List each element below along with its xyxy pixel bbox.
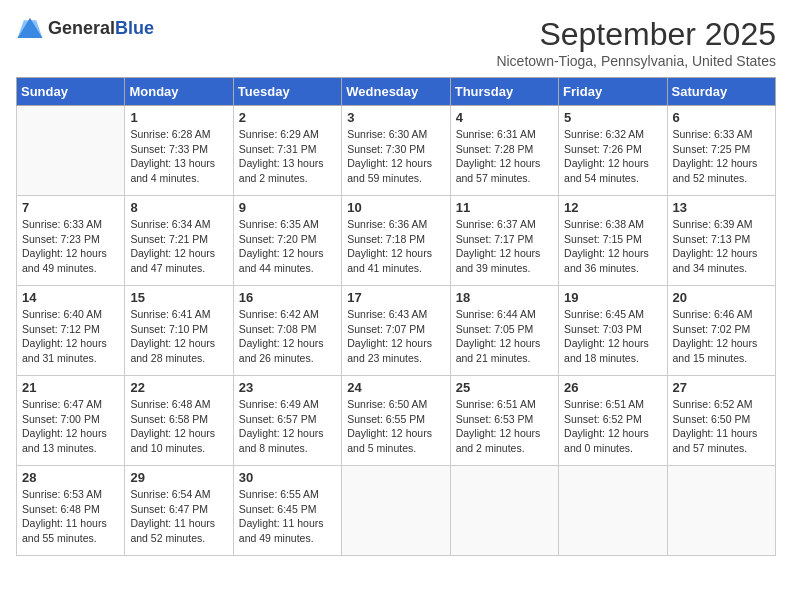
day-number: 4 [456,110,553,125]
calendar-cell: 18Sunrise: 6:44 AM Sunset: 7:05 PM Dayli… [450,286,558,376]
day-number: 5 [564,110,661,125]
day-info: Sunrise: 6:37 AM Sunset: 7:17 PM Dayligh… [456,217,553,276]
day-info: Sunrise: 6:46 AM Sunset: 7:02 PM Dayligh… [673,307,770,366]
page-header: GeneralBlue September 2025 Nicetown-Tiog… [16,16,776,69]
calendar-cell: 27Sunrise: 6:52 AM Sunset: 6:50 PM Dayli… [667,376,775,466]
calendar-cell [450,466,558,556]
day-number: 13 [673,200,770,215]
column-header-sunday: Sunday [17,78,125,106]
calendar-cell: 25Sunrise: 6:51 AM Sunset: 6:53 PM Dayli… [450,376,558,466]
day-info: Sunrise: 6:51 AM Sunset: 6:53 PM Dayligh… [456,397,553,456]
day-number: 3 [347,110,444,125]
calendar-cell [667,466,775,556]
day-number: 29 [130,470,227,485]
day-info: Sunrise: 6:49 AM Sunset: 6:57 PM Dayligh… [239,397,336,456]
day-info: Sunrise: 6:28 AM Sunset: 7:33 PM Dayligh… [130,127,227,186]
day-info: Sunrise: 6:55 AM Sunset: 6:45 PM Dayligh… [239,487,336,546]
day-info: Sunrise: 6:33 AM Sunset: 7:23 PM Dayligh… [22,217,119,276]
calendar-cell [17,106,125,196]
column-header-tuesday: Tuesday [233,78,341,106]
logo: GeneralBlue [16,16,154,40]
day-info: Sunrise: 6:31 AM Sunset: 7:28 PM Dayligh… [456,127,553,186]
day-number: 6 [673,110,770,125]
day-info: Sunrise: 6:50 AM Sunset: 6:55 PM Dayligh… [347,397,444,456]
day-number: 28 [22,470,119,485]
day-number: 1 [130,110,227,125]
calendar-cell: 4Sunrise: 6:31 AM Sunset: 7:28 PM Daylig… [450,106,558,196]
day-info: Sunrise: 6:41 AM Sunset: 7:10 PM Dayligh… [130,307,227,366]
calendar-week-5: 28Sunrise: 6:53 AM Sunset: 6:48 PM Dayli… [17,466,776,556]
calendar-cell: 6Sunrise: 6:33 AM Sunset: 7:25 PM Daylig… [667,106,775,196]
calendar-cell: 22Sunrise: 6:48 AM Sunset: 6:58 PM Dayli… [125,376,233,466]
svg-marker-1 [18,20,43,38]
day-number: 12 [564,200,661,215]
day-info: Sunrise: 6:34 AM Sunset: 7:21 PM Dayligh… [130,217,227,276]
day-info: Sunrise: 6:39 AM Sunset: 7:13 PM Dayligh… [673,217,770,276]
day-number: 20 [673,290,770,305]
day-number: 8 [130,200,227,215]
calendar-cell: 5Sunrise: 6:32 AM Sunset: 7:26 PM Daylig… [559,106,667,196]
day-info: Sunrise: 6:53 AM Sunset: 6:48 PM Dayligh… [22,487,119,546]
calendar-cell: 19Sunrise: 6:45 AM Sunset: 7:03 PM Dayli… [559,286,667,376]
day-number: 19 [564,290,661,305]
calendar-cell: 30Sunrise: 6:55 AM Sunset: 6:45 PM Dayli… [233,466,341,556]
calendar-cell: 26Sunrise: 6:51 AM Sunset: 6:52 PM Dayli… [559,376,667,466]
calendar-week-3: 14Sunrise: 6:40 AM Sunset: 7:12 PM Dayli… [17,286,776,376]
logo-blue: Blue [115,18,154,38]
day-info: Sunrise: 6:44 AM Sunset: 7:05 PM Dayligh… [456,307,553,366]
calendar-cell: 21Sunrise: 6:47 AM Sunset: 7:00 PM Dayli… [17,376,125,466]
column-header-saturday: Saturday [667,78,775,106]
day-number: 9 [239,200,336,215]
day-info: Sunrise: 6:35 AM Sunset: 7:20 PM Dayligh… [239,217,336,276]
day-info: Sunrise: 6:40 AM Sunset: 7:12 PM Dayligh… [22,307,119,366]
location-subtitle: Nicetown-Tioga, Pennsylvania, United Sta… [496,53,776,69]
day-number: 25 [456,380,553,395]
day-info: Sunrise: 6:36 AM Sunset: 7:18 PM Dayligh… [347,217,444,276]
calendar-cell: 23Sunrise: 6:49 AM Sunset: 6:57 PM Dayli… [233,376,341,466]
title-block: September 2025 Nicetown-Tioga, Pennsylva… [496,16,776,69]
day-number: 23 [239,380,336,395]
calendar-cell: 20Sunrise: 6:46 AM Sunset: 7:02 PM Dayli… [667,286,775,376]
month-title: September 2025 [496,16,776,53]
calendar-week-2: 7Sunrise: 6:33 AM Sunset: 7:23 PM Daylig… [17,196,776,286]
day-number: 10 [347,200,444,215]
calendar-cell: 24Sunrise: 6:50 AM Sunset: 6:55 PM Dayli… [342,376,450,466]
day-number: 27 [673,380,770,395]
calendar-cell: 3Sunrise: 6:30 AM Sunset: 7:30 PM Daylig… [342,106,450,196]
column-header-thursday: Thursday [450,78,558,106]
calendar-cell: 16Sunrise: 6:42 AM Sunset: 7:08 PM Dayli… [233,286,341,376]
day-info: Sunrise: 6:47 AM Sunset: 7:00 PM Dayligh… [22,397,119,456]
day-number: 7 [22,200,119,215]
day-number: 24 [347,380,444,395]
calendar-cell [342,466,450,556]
day-info: Sunrise: 6:38 AM Sunset: 7:15 PM Dayligh… [564,217,661,276]
calendar-cell: 17Sunrise: 6:43 AM Sunset: 7:07 PM Dayli… [342,286,450,376]
day-info: Sunrise: 6:54 AM Sunset: 6:47 PM Dayligh… [130,487,227,546]
day-info: Sunrise: 6:33 AM Sunset: 7:25 PM Dayligh… [673,127,770,186]
column-header-monday: Monday [125,78,233,106]
calendar-cell: 11Sunrise: 6:37 AM Sunset: 7:17 PM Dayli… [450,196,558,286]
day-number: 16 [239,290,336,305]
calendar-cell [559,466,667,556]
day-number: 18 [456,290,553,305]
day-info: Sunrise: 6:32 AM Sunset: 7:26 PM Dayligh… [564,127,661,186]
calendar-cell: 1Sunrise: 6:28 AM Sunset: 7:33 PM Daylig… [125,106,233,196]
day-info: Sunrise: 6:43 AM Sunset: 7:07 PM Dayligh… [347,307,444,366]
day-number: 15 [130,290,227,305]
day-info: Sunrise: 6:42 AM Sunset: 7:08 PM Dayligh… [239,307,336,366]
calendar-cell: 14Sunrise: 6:40 AM Sunset: 7:12 PM Dayli… [17,286,125,376]
calendar-week-1: 1Sunrise: 6:28 AM Sunset: 7:33 PM Daylig… [17,106,776,196]
calendar-cell: 7Sunrise: 6:33 AM Sunset: 7:23 PM Daylig… [17,196,125,286]
day-number: 14 [22,290,119,305]
calendar-table: SundayMondayTuesdayWednesdayThursdayFrid… [16,77,776,556]
calendar-cell: 15Sunrise: 6:41 AM Sunset: 7:10 PM Dayli… [125,286,233,376]
calendar-cell: 10Sunrise: 6:36 AM Sunset: 7:18 PM Dayli… [342,196,450,286]
calendar-cell: 9Sunrise: 6:35 AM Sunset: 7:20 PM Daylig… [233,196,341,286]
day-number: 21 [22,380,119,395]
day-number: 17 [347,290,444,305]
day-info: Sunrise: 6:29 AM Sunset: 7:31 PM Dayligh… [239,127,336,186]
day-number: 22 [130,380,227,395]
day-info: Sunrise: 6:48 AM Sunset: 6:58 PM Dayligh… [130,397,227,456]
day-info: Sunrise: 6:52 AM Sunset: 6:50 PM Dayligh… [673,397,770,456]
calendar-cell: 13Sunrise: 6:39 AM Sunset: 7:13 PM Dayli… [667,196,775,286]
